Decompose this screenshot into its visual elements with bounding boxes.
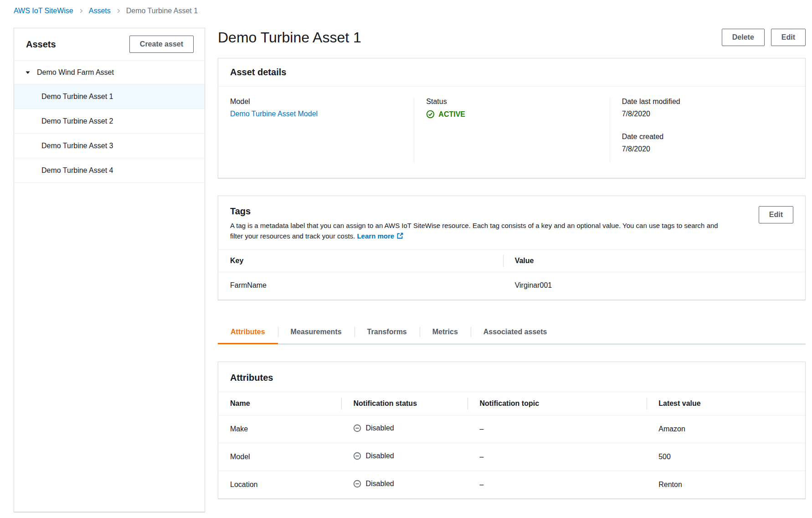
notification-status: Disabled xyxy=(353,424,394,432)
breadcrumb-aws-iot-sitewise[interactable]: AWS IoT SiteWise xyxy=(14,7,73,15)
tags-description-text: A tag is a metadata label that you can a… xyxy=(230,222,718,240)
attr-name: Make xyxy=(218,415,341,443)
notification-status-label: Disabled xyxy=(365,480,394,488)
learn-more-link[interactable]: Learn more xyxy=(357,232,404,240)
table-row: Make Disabled – Amazon xyxy=(218,415,805,443)
notification-status-label: Disabled xyxy=(365,424,394,432)
chevron-right-icon xyxy=(115,8,122,14)
notification-topic: – xyxy=(468,415,647,443)
tree-node-demo-turbine-asset-2[interactable]: Demo Turbine Asset 2 xyxy=(14,109,205,134)
notification-status: Disabled xyxy=(353,452,394,460)
tags-title: Tags xyxy=(230,206,251,216)
latest-value: Amazon xyxy=(647,415,805,443)
tree-node-label: Demo Turbine Asset 4 xyxy=(41,166,113,175)
model-label: Model xyxy=(230,98,402,106)
notification-status: Disabled xyxy=(353,480,394,488)
tree-node-label: Demo Turbine Asset 2 xyxy=(41,117,113,125)
notification-status-label: Disabled xyxy=(365,452,394,460)
tree-node-demo-turbine-asset-4[interactable]: Demo Turbine Asset 4 xyxy=(14,158,205,183)
attr-column-notification-status: Notification status xyxy=(341,392,468,415)
check-circle-icon xyxy=(426,110,435,119)
tab-associated-assets[interactable]: Associated assets xyxy=(471,321,560,344)
chevron-right-icon xyxy=(78,8,84,14)
tab-attributes[interactable]: Attributes xyxy=(218,321,278,344)
tags-column-key: Key xyxy=(218,250,503,272)
tab-metrics[interactable]: Metrics xyxy=(420,321,471,344)
asset-tabs: Attributes Measurements Transforms Metri… xyxy=(218,321,806,344)
tree-node-demo-wind-farm-asset[interactable]: Demo Wind Farm Asset xyxy=(14,61,205,84)
table-row: FarmName Virginar001 xyxy=(218,272,805,300)
attr-name: Location xyxy=(218,471,341,499)
assets-panel-title: Assets xyxy=(26,39,56,50)
tags-edit-button[interactable]: Edit xyxy=(759,206,793,223)
tags-description: A tag is a metadata label that you can a… xyxy=(230,221,727,241)
external-link-icon xyxy=(396,232,404,239)
tags-column-value: Value xyxy=(503,250,805,272)
tag-key: FarmName xyxy=(218,272,503,300)
attributes-title: Attributes xyxy=(230,373,273,383)
table-row: Location Disabled – Renton xyxy=(218,471,805,499)
tags-card: Tags A tag is a metadata label that you … xyxy=(218,196,806,300)
assets-panel-header: Assets Create asset xyxy=(14,28,205,61)
breadcrumb: AWS IoT SiteWise Assets Demo Turbine Ass… xyxy=(0,0,812,21)
minus-circle-icon xyxy=(353,424,361,432)
asset-details-title: Asset details xyxy=(230,67,286,77)
model-link[interactable]: Demo Turbine Asset Model xyxy=(230,110,318,118)
date-modified-value: 7/8/2020 xyxy=(622,110,793,118)
date-created-label: Date created xyxy=(622,133,793,141)
delete-button[interactable]: Delete xyxy=(722,29,765,46)
breadcrumb-assets[interactable]: Assets xyxy=(89,7,111,15)
create-asset-button[interactable]: Create asset xyxy=(129,36,194,53)
status-label: Status xyxy=(426,98,597,106)
status-badge: ACTIVE xyxy=(426,110,465,119)
learn-more-label: Learn more xyxy=(357,232,394,240)
latest-value: 500 xyxy=(647,443,805,471)
breadcrumb-current-page: Demo Turbine Asset 1 xyxy=(126,7,198,15)
attr-column-notification-topic: Notification topic xyxy=(468,392,647,415)
caret-down-icon[interactable] xyxy=(25,70,31,75)
table-row: Model Disabled – 500 xyxy=(218,443,805,471)
date-created-value: 7/8/2020 xyxy=(622,145,793,153)
attr-column-latest-value: Latest value xyxy=(647,392,805,415)
assets-panel: Assets Create asset Demo Wind Farm Asset… xyxy=(14,28,205,512)
tree-node-label: Demo Turbine Asset 3 xyxy=(41,142,113,150)
asset-details-card: Asset details Model Demo Turbine Asset M… xyxy=(218,58,806,178)
tree-node-label: Demo Wind Farm Asset xyxy=(37,68,114,77)
tag-value: Virginar001 xyxy=(503,272,805,300)
tags-table: Key Value FarmName Virginar001 xyxy=(218,249,805,300)
attr-name: Model xyxy=(218,443,341,471)
notification-topic: – xyxy=(468,471,647,499)
tree-node-demo-turbine-asset-3[interactable]: Demo Turbine Asset 3 xyxy=(14,134,205,158)
edit-button[interactable]: Edit xyxy=(771,29,806,46)
tab-measurements[interactable]: Measurements xyxy=(278,321,355,344)
minus-circle-icon xyxy=(353,452,361,460)
attributes-card: Attributes Name Notification status Noti… xyxy=(218,362,806,499)
minus-circle-icon xyxy=(353,480,361,488)
tree-node-demo-turbine-asset-1[interactable]: Demo Turbine Asset 1 xyxy=(14,84,205,109)
status-value: ACTIVE xyxy=(438,110,465,119)
date-modified-label: Date last modified xyxy=(622,98,793,106)
attr-column-name: Name xyxy=(218,392,341,415)
latest-value: Renton xyxy=(647,471,805,499)
asset-tree: Demo Wind Farm Asset Demo Turbine Asset … xyxy=(14,61,205,183)
tree-node-label: Demo Turbine Asset 1 xyxy=(41,93,113,101)
page-title: Demo Turbine Asset 1 xyxy=(218,29,361,46)
attributes-table: Name Notification status Notification to… xyxy=(218,392,805,498)
tab-transforms[interactable]: Transforms xyxy=(355,321,420,344)
main-content: Demo Turbine Asset 1 Delete Edit Asset d… xyxy=(218,28,806,499)
notification-topic: – xyxy=(468,443,647,471)
